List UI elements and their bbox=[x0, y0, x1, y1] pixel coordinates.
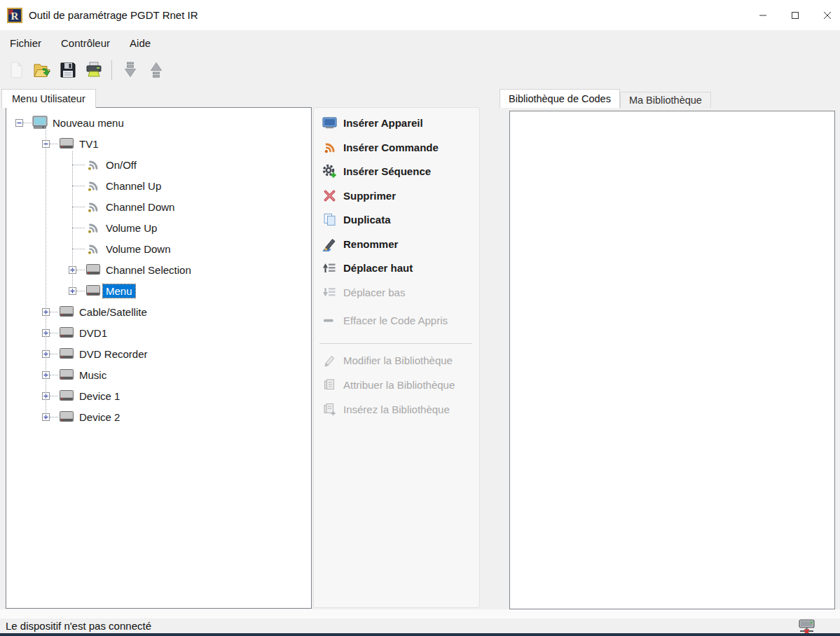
new-file-icon bbox=[7, 61, 25, 79]
minimize-icon bbox=[759, 11, 767, 20]
tab-menu-utilisateur[interactable]: Menu Utilisateur bbox=[1, 89, 96, 108]
assign-library-icon bbox=[322, 378, 337, 392]
tree-label[interactable]: Volume Down bbox=[103, 242, 174, 256]
tree-item-channel-down[interactable]: Channel Down bbox=[6, 196, 311, 217]
insert-library-icon bbox=[322, 402, 337, 417]
tree-label[interactable]: Channel Selection bbox=[103, 263, 194, 277]
open-folder-icon bbox=[33, 61, 51, 79]
maximize-icon bbox=[791, 11, 799, 20]
tree-item-dvd-recorder[interactable]: DVD Recorder bbox=[6, 343, 311, 364]
tree-label[interactable]: Music bbox=[76, 368, 109, 382]
tree-connector bbox=[76, 270, 85, 270]
tree-item-device-2[interactable]: Device 2 bbox=[6, 406, 311, 427]
menu-contr-leur[interactable]: Contrôleur bbox=[51, 32, 120, 54]
ins-rer-commande-button[interactable]: Insérer Commande bbox=[322, 139, 439, 155]
tree-item-menu[interactable]: Menu bbox=[6, 280, 311, 301]
tree-guide-line bbox=[72, 151, 73, 291]
window-bottom-edge bbox=[0, 633, 840, 636]
svg-text:R: R bbox=[11, 10, 19, 21]
tab-biblioth-que-de-codes[interactable]: Bibliothèque de Codes bbox=[500, 89, 620, 108]
device-tree: Nouveau menuTV1On/OffChannel UpChannel D… bbox=[6, 108, 311, 608]
tree-connector bbox=[72, 165, 85, 165]
tab-menu-utilisateur-label: Menu Utilisateur bbox=[12, 93, 85, 104]
code-library-panel[interactable] bbox=[509, 111, 835, 609]
tree-label[interactable]: Channel Down bbox=[103, 200, 177, 214]
move-up-icon bbox=[322, 261, 337, 275]
ins-rer-appareil-button[interactable]: Insérer Appareil bbox=[322, 114, 423, 131]
close-button[interactable] bbox=[808, 0, 840, 30]
insert-sequence-icon bbox=[322, 164, 337, 179]
tree-label[interactable]: On/Off bbox=[103, 158, 139, 172]
effacer-le-code-appris-button: Effacer le Code Appris bbox=[322, 312, 448, 329]
tree-item-volume-down[interactable]: Volume Down bbox=[6, 238, 311, 259]
tree-connector bbox=[50, 312, 58, 312]
modifier-la-biblioth-que-button: Modifier la Bibliothèque bbox=[322, 352, 453, 368]
action-label: Effacer le Code Appris bbox=[343, 314, 448, 326]
tree-connector bbox=[76, 291, 85, 291]
action-label: Insérer Commande bbox=[343, 141, 439, 153]
save-icon bbox=[59, 61, 77, 79]
maximize-button[interactable] bbox=[776, 0, 808, 30]
tree-label[interactable]: Nouveau menu bbox=[50, 116, 127, 130]
ins-rer-s-quence-button[interactable]: Insérer Séquence bbox=[322, 163, 431, 179]
renommer-button[interactable]: Renommer bbox=[322, 235, 398, 252]
arrow-down-button[interactable] bbox=[117, 58, 143, 82]
menu-fichier[interactable]: Fichier bbox=[0, 32, 51, 54]
tree-guide-line bbox=[46, 130, 46, 417]
menu-aide[interactable]: Aide bbox=[120, 32, 160, 54]
tree-item-channel-selection[interactable]: Channel Selection bbox=[6, 259, 311, 280]
ins-rez-la-biblioth-que-button: Insérez la Bibliothèque bbox=[322, 401, 450, 417]
tree-label[interactable]: Device 2 bbox=[76, 410, 123, 424]
device-icon bbox=[59, 410, 74, 424]
device-icon bbox=[59, 347, 74, 361]
device-icon bbox=[59, 368, 74, 382]
command-icon bbox=[85, 221, 101, 235]
action-label: Déplacer haut bbox=[343, 262, 413, 274]
tree-item-music[interactable]: Music bbox=[6, 364, 311, 385]
collapse-icon[interactable] bbox=[15, 119, 23, 127]
action-label: Modifier la Bibliothèque bbox=[343, 354, 453, 366]
tree-connector bbox=[72, 249, 85, 249]
print-icon bbox=[85, 61, 103, 79]
statusbar: Le dispositif n'est pas connecté bbox=[0, 618, 840, 633]
duplicate-icon bbox=[322, 212, 337, 227]
arrow-up-button[interactable] bbox=[143, 58, 169, 82]
tree-item-channel-up[interactable]: Channel Up bbox=[6, 175, 311, 196]
tree-item-on-off[interactable]: On/Off bbox=[6, 154, 311, 175]
supprimer-button[interactable]: Supprimer bbox=[322, 187, 396, 204]
tree-item-device-1[interactable]: Device 1 bbox=[6, 385, 311, 406]
open-folder-button[interactable] bbox=[29, 58, 55, 82]
tab-ma-biblioth-que[interactable]: Ma Bibliothèque bbox=[620, 92, 711, 108]
tree-label[interactable]: Device 1 bbox=[76, 389, 123, 403]
arrow-down-icon bbox=[121, 61, 139, 79]
tree-item-volume-up[interactable]: Volume Up bbox=[6, 217, 311, 238]
d-placer-haut-button[interactable]: Déplacer haut bbox=[322, 259, 413, 276]
attribuer-la-biblioth-que-button: Attribuer la Bibliothèque bbox=[322, 376, 455, 393]
tree-label[interactable]: Volume Up bbox=[103, 221, 160, 235]
tree-connector bbox=[50, 417, 58, 417]
new-file-button bbox=[3, 58, 29, 82]
window-controls bbox=[743, 0, 840, 30]
device-icon bbox=[59, 326, 74, 340]
tree-label[interactable]: TV1 bbox=[76, 137, 102, 151]
duplicata-button[interactable]: Duplicata bbox=[322, 211, 391, 228]
tree-label[interactable]: Cable/Satellite bbox=[76, 305, 150, 319]
tree-label[interactable]: Menu bbox=[103, 284, 135, 298]
action-label: Renommer bbox=[343, 238, 398, 250]
tree-item-tv1[interactable]: TV1 bbox=[6, 133, 311, 154]
command-icon bbox=[85, 179, 101, 193]
tree-item-dvd1[interactable]: DVD1 bbox=[6, 322, 311, 343]
tree-label[interactable]: DVD1 bbox=[76, 326, 110, 340]
action-label: Duplicata bbox=[343, 214, 391, 226]
tree-label[interactable]: DVD Recorder bbox=[76, 347, 151, 361]
action-label: Déplacer bas bbox=[343, 286, 405, 298]
status-text: Le dispositif n'est pas connecté bbox=[0, 620, 151, 632]
tree-item-nouveau-menu[interactable]: Nouveau menu bbox=[6, 112, 311, 133]
edit-library-icon bbox=[322, 353, 337, 368]
print-button[interactable] bbox=[81, 58, 106, 82]
minimize-button[interactable] bbox=[743, 0, 776, 30]
tree-item-cable-satellite[interactable]: Cable/Satellite bbox=[6, 301, 311, 322]
save-button[interactable] bbox=[55, 58, 81, 82]
tree-label[interactable]: Channel Up bbox=[103, 179, 164, 193]
move-down-icon bbox=[322, 285, 337, 300]
